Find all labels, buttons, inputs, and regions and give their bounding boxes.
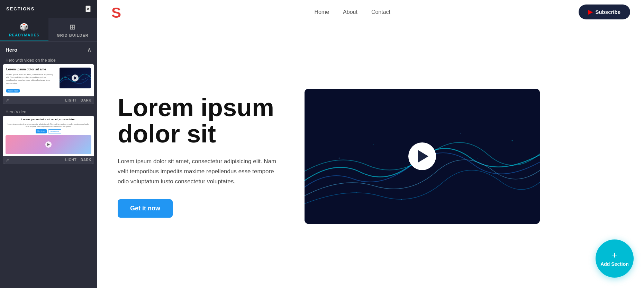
template-hero-video-side: Hero with video on the side Lorem ipsum … — [0, 56, 97, 107]
template-card-1[interactable]: Lorem ipsum dolor sit ame Lorem ipsum do… — [3, 64, 94, 104]
template-card-2-footer: ↗ LIGHT DARK — [3, 156, 94, 164]
dark-mode-btn-1[interactable]: DARK — [81, 98, 91, 103]
svg-point-5 — [477, 158, 478, 158]
hero-cta-button[interactable]: Get it now — [118, 199, 173, 218]
subscribe-label: Subscribe — [595, 9, 620, 15]
svg-point-8 — [356, 192, 357, 193]
template-hero-video: Hero Video Lorem ipsum dolor sit amet, c… — [0, 107, 97, 167]
template-card-2-image — [6, 135, 91, 154]
svg-point-3 — [373, 144, 374, 145]
play-button[interactable] — [408, 142, 436, 170]
sidebar: SECTIONS ✕ 🎲 READYMADES ⊞ GRID BUILDER H… — [0, 0, 97, 288]
sidebar-title: SECTIONS — [6, 6, 35, 11]
grid-builder-icon: ⊞ — [70, 23, 76, 31]
sidebar-header: SECTIONS ✕ — [0, 0, 97, 18]
hero-text: Lorem ipsum dolor sit Lorem ipsum dolor … — [118, 95, 284, 218]
svg-text:S: S — [111, 5, 121, 20]
template-card-1-footer: ↗ LIGHT DARK — [3, 96, 94, 104]
section-group-label: Hero — [6, 47, 17, 53]
sidebar-tabs: 🎲 READYMADES ⊞ GRID BUILDER — [0, 18, 97, 42]
tab-grid-builder[interactable]: ⊞ GRID BUILDER — [48, 18, 97, 41]
nav-about[interactable]: About — [343, 9, 357, 15]
svg-point-2 — [339, 157, 340, 158]
youtube-icon: ▶ — [588, 9, 592, 15]
template-card-1-play[interactable] — [72, 75, 79, 81]
template-card-2-title: Lorem ipsum dolor sit amet, consectetur. — [6, 118, 91, 121]
template-card-2-desc: Lorem ipsum dolor sit amet, consectetur … — [6, 123, 91, 128]
template-card-2-cta2: Learn more — [48, 129, 61, 133]
sidebar-content: Hero ∧ Hero with video on the side Lorem… — [0, 42, 97, 288]
tab-readymades[interactable]: 🎲 READYMADES — [0, 18, 48, 41]
nav-contact[interactable]: Contact — [371, 9, 390, 15]
add-section-button[interactable]: + Add Section — [596, 239, 634, 278]
chevron-up-icon: ∧ — [87, 46, 91, 53]
hero-video — [305, 89, 540, 224]
external-link-icon-2[interactable]: ↗ — [6, 158, 9, 163]
svg-point-7 — [460, 133, 461, 134]
readymades-label: READYMADES — [9, 33, 39, 37]
template-label-2: Hero Video — [3, 107, 94, 116]
template-card-2-play[interactable] — [45, 141, 52, 148]
template-card-1-title: Lorem ipsum dolor sit ame — [6, 68, 57, 72]
svg-point-9 — [401, 199, 402, 200]
hero-heading: Lorem ipsum dolor sit — [118, 95, 284, 147]
template-card-2-thumb: Lorem ipsum dolor sit amet, consectetur.… — [3, 116, 94, 156]
hero-section: Lorem ipsum dolor sit Lorem ipsum dolor … — [97, 24, 644, 288]
light-mode-btn-2[interactable]: LIGHT — [65, 158, 77, 163]
dark-mode-btn-2[interactable]: DARK — [81, 158, 91, 163]
external-link-icon-1[interactable]: ↗ — [6, 98, 9, 103]
play-arrow-icon — [418, 150, 428, 163]
nav-links: Home About Contact — [314, 9, 390, 15]
light-mode-btn-1[interactable]: LIGHT — [65, 98, 77, 103]
add-section-label: Add Section — [600, 261, 629, 267]
template-card-1-btn: Get it now — [6, 89, 20, 93]
svg-point-6 — [512, 140, 513, 141]
sidebar-close-button[interactable]: ✕ — [85, 6, 91, 12]
logo: S — [111, 5, 126, 20]
template-card-2-cta-row: Get it now Learn more — [6, 129, 91, 133]
plus-icon: + — [612, 250, 617, 260]
template-card-1-desc: Lorem ipsum dolor sit amet, consectetur … — [6, 73, 57, 85]
subscribe-button[interactable]: ▶ Subscribe — [579, 5, 630, 19]
close-icon: ✕ — [86, 6, 90, 11]
section-group-header: Hero ∧ — [0, 42, 97, 56]
main-area: S Home About Contact ▶ Subscribe Lorem i… — [97, 0, 644, 288]
nav-home[interactable]: Home — [314, 9, 329, 15]
template-card-2[interactable]: Lorem ipsum dolor sit amet, consectetur.… — [3, 116, 94, 164]
hero-body: Lorem ipsum dolor sit amet, consectetur … — [118, 157, 284, 187]
template-card-2-cta1: Get it now — [36, 129, 47, 133]
readymades-icon: 🎲 — [20, 23, 29, 31]
grid-builder-label: GRID BUILDER — [57, 33, 88, 37]
navbar: S Home About Contact ▶ Subscribe — [97, 0, 644, 24]
template-label-1: Hero with video on the side — [3, 56, 94, 64]
